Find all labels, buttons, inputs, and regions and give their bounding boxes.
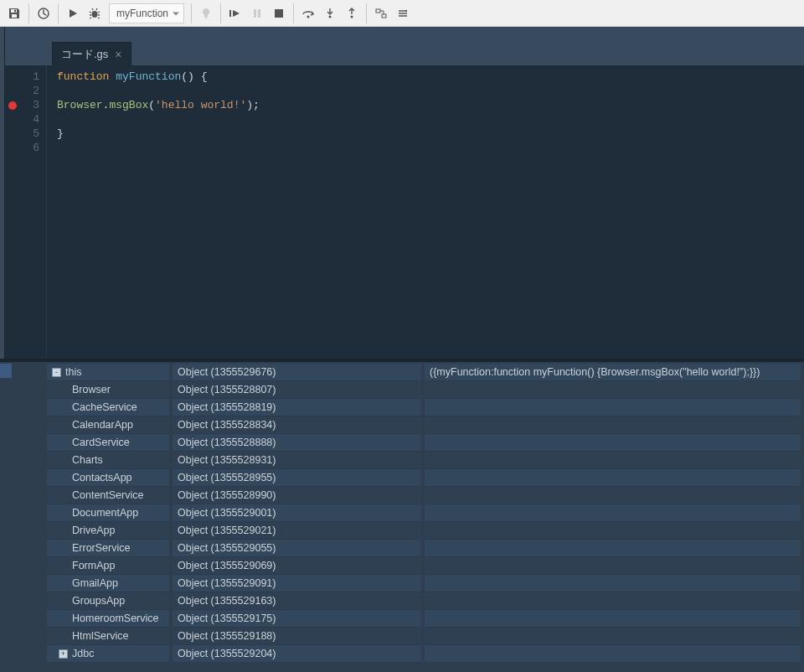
close-icon[interactable]: × [115,48,121,61]
svg-rect-7 [254,9,256,18]
debug-type-cell: Object (1355528990) [173,487,421,504]
step-over-icon[interactable] [297,3,319,24]
svg-point-4 [92,11,98,18]
svg-point-11 [329,15,332,18]
debug-type-cell: Object (1355529188) [173,628,421,645]
debug-value-cell [425,504,801,522]
debug-var-item[interactable]: DocumentApp [47,504,169,522]
run-icon[interactable] [62,3,84,24]
tab-label: コード.gs [61,47,108,62]
collapse-all-icon[interactable] [392,3,414,24]
svg-rect-1 [12,14,17,18]
history-icon[interactable] [33,3,54,24]
debug-var-item[interactable]: HtmlService [47,628,169,645]
debug-value-cell: ({myFunction:function myFunction() {Brow… [425,364,801,381]
debug-type-cell: Object (1355528888) [173,434,421,452]
svg-rect-9 [275,9,283,18]
debug-var-item[interactable]: DriveApp [47,522,169,540]
debug-var-item[interactable]: GmailApp [47,575,169,592]
debug-var-item[interactable]: ContentService [47,487,169,504]
debug-var-item[interactable]: CacheService [47,399,169,416]
debug-type-cell: Object (1355529175) [173,610,421,628]
debug-type-cell: Object (1355528931) [173,452,421,469]
expand-all-icon[interactable] [370,3,392,24]
editor-area: コード.gs × 1 2 3 4 5 6 function myFunction… [0,27,804,359]
debug-type-cell: Object (1355529069) [173,557,421,575]
debug-value-cell [425,645,801,663]
debug-value-cell [425,557,801,575]
debug-type-cell: Object (1355528819) [173,399,421,416]
svg-rect-8 [258,9,260,18]
function-select-label: myFunction [116,8,168,19]
debug-icon[interactable] [84,3,106,24]
debug-type-cell: Object (1355529021) [173,522,421,540]
debug-value-cell [425,575,801,592]
debug-panel: - this BrowserCacheServiceCalendarAppCar… [0,359,804,672]
debug-value-cell [425,628,801,645]
debug-value-cell [425,416,801,434]
debug-value-cell [425,469,801,487]
debug-var-item[interactable]: Charts [47,452,169,469]
debug-types-column: Object (1355529676) Object (1355528807)O… [173,364,421,670]
debug-var-item[interactable]: CardService [47,434,169,452]
step-into-icon[interactable] [319,3,341,24]
debug-type-cell: Object (1355529163) [173,592,421,610]
svg-rect-6 [229,10,231,17]
code-editor[interactable]: function myFunction() { Browser.msgBox('… [47,65,804,359]
expand-icon[interactable]: + [59,649,68,659]
svg-rect-14 [382,14,386,18]
step-out-icon[interactable] [341,3,363,24]
debug-var-item[interactable]: Browser [47,381,169,399]
debug-value-cell [425,522,801,540]
chevron-down-icon [173,12,179,15]
debug-value-cell [425,610,801,628]
debug-var-item[interactable]: +Jdbc [47,645,169,663]
debug-var-item[interactable]: ContactsApp [47,469,169,487]
svg-rect-5 [205,17,208,18]
debug-var-item[interactable]: CalendarApp [47,416,169,434]
debug-value-cell [425,434,801,452]
debug-type-cell: Object (1355528834) [173,416,421,434]
collapse-icon[interactable]: - [52,368,61,377]
debug-value-cell [425,592,801,610]
debug-type-cell: Object (1355528807) [173,381,421,399]
svg-point-12 [351,15,353,18]
stop-icon[interactable] [268,3,290,24]
line-gutter[interactable]: 1 2 3 4 5 6 [5,65,47,359]
debug-type-cell: Object (1355529091) [173,575,421,592]
debug-value-cell [425,399,801,416]
function-select[interactable]: myFunction [109,3,184,23]
debug-type-cell: Object (1355529001) [173,504,421,522]
debug-values-column: ({myFunction:function myFunction() {Brow… [425,364,801,670]
debug-var-item[interactable]: ErrorService [47,540,169,557]
debug-type-cell: Object (1355529676) [173,364,421,381]
debug-var-item[interactable]: GroupsApp [47,592,169,610]
svg-rect-2 [14,9,16,12]
debug-type-cell: Object (1355529204) [173,645,421,663]
tabstrip: コード.gs × [0,42,804,65]
debug-value-cell [425,452,801,469]
lightbulb-icon[interactable] [195,3,217,24]
breakpoint-icon[interactable] [8,101,17,110]
pause-icon[interactable] [246,3,268,24]
svg-point-10 [307,15,310,18]
debug-type-cell: Object (1355528955) [173,469,421,487]
debug-var-item[interactable]: HomeroomService [47,610,169,628]
debug-type-cell: Object (1355529055) [173,540,421,557]
debug-var-item[interactable]: FormApp [47,557,169,575]
continue-icon[interactable] [224,3,246,24]
debug-value-cell [425,487,801,504]
toolbar: myFunction [0,0,804,27]
tab-code-gs[interactable]: コード.gs × [52,42,131,65]
debug-var-root[interactable]: - this [47,364,169,381]
save-icon[interactable] [3,3,25,24]
debug-value-cell [425,381,801,399]
active-stack-frame[interactable] [0,364,12,378]
debug-value-cell [425,540,801,557]
svg-rect-13 [376,9,380,13]
debug-vars-column: - this BrowserCacheServiceCalendarAppCar… [47,364,169,670]
